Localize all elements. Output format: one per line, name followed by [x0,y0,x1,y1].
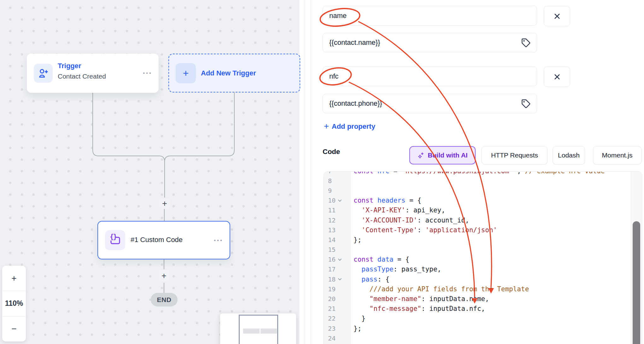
remove-property-button[interactable] [544,67,570,87]
lodash-label: Lodash [558,151,580,159]
add-step-button-bottom[interactable]: + [159,270,169,281]
code-line[interactable]: 9 [324,186,631,195]
momentjs-button[interactable]: Moment.js [593,146,641,164]
code-lines[interactable]: 7const nfc = 'https://www.passninjat.com… [324,171,631,343]
property-value-text: {{contact.phone}} [329,99,382,108]
code-line[interactable]: 19 ///add your API fields from the Templ… [324,284,631,294]
code-line[interactable]: 21 "nfc-message": inputData.nfc, [324,304,631,314]
code-line[interactable]: 22 } [324,314,631,323]
line-number[interactable]: 11 [324,206,351,214]
code-line-text: 'X-ACCOUNT-ID': account_id, [351,216,469,224]
code-line-text: "nfc-message": inputData.nfc, [351,305,485,312]
code-line[interactable]: 20 "member-name": inputData.name, [324,294,631,304]
property-key-text: nfc [329,72,338,80]
trigger-node-menu-icon[interactable]: ••• [143,70,152,76]
code-line-text: const nfc = 'https://www.passninjat.com'… [351,171,605,175]
line-number[interactable]: 24 [324,335,351,342]
code-braces-icon: {} [109,234,121,246]
remove-property-button[interactable] [544,6,570,26]
code-line[interactable]: 12 'X-ACCOUNT-ID': account_id, [324,215,631,225]
code-line-text: }; [351,236,361,244]
code-line[interactable]: 10const headers = { [324,196,631,205]
property-value-input-nfc[interactable]: {{contact.phone}} [323,94,537,113]
property-key-text: name [329,12,347,20]
custom-code-label: #1 Custom Code [131,236,183,244]
build-with-ai-label: Build with AI [428,151,467,159]
code-line[interactable]: 23}; [324,323,631,333]
trigger-node[interactable]: Trigger Contact Created ••• [27,54,159,93]
code-line[interactable]: 17 passType: pass_type, [324,264,631,274]
zoom-in-button[interactable]: + [2,266,26,291]
code-line-text: pass: { [351,276,389,283]
line-number[interactable]: 13 [324,226,351,234]
code-section-label: Code [323,148,340,156]
line-number[interactable]: 16 [324,256,351,263]
user-plus-icon [38,68,49,79]
zoom-out-button[interactable]: − [2,316,26,341]
add-new-trigger-icon-box: + [176,63,196,83]
line-number[interactable]: 7 [324,171,351,175]
sparkles-icon [417,152,424,159]
line-number[interactable]: 15 [324,246,351,253]
panel-left-border [311,0,311,344]
http-requests-button[interactable]: HTTP Requests [482,146,547,164]
code-line-text: const data = { [351,256,409,263]
line-number[interactable]: 23 [324,325,351,332]
editor-scrollbar-track[interactable] [631,172,642,344]
property-value-text: {{contact.name}} [329,39,380,47]
workflow-connectors [0,0,305,344]
plus-icon: + [161,272,167,280]
code-editor[interactable]: 7const nfc = 'https://www.passninjat.com… [324,171,642,344]
plus-icon: + [324,122,329,131]
code-line-text: 'Content-Type': 'application/json' [351,226,497,234]
add-property-button[interactable]: + Add property [324,122,375,131]
code-line[interactable]: 15 [324,245,631,255]
fold-chevron-icon[interactable] [338,278,342,281]
custom-code-node[interactable]: {} #1 Custom Code ••• [97,221,230,259]
property-key-input-name[interactable]: name [323,6,537,26]
line-number[interactable]: 19 [324,285,351,293]
zoom-controls: + 110% − [2,266,26,341]
custom-code-menu-icon[interactable]: ••• [214,237,223,244]
fold-chevron-icon[interactable] [338,258,342,261]
code-line[interactable]: 14}; [324,235,631,245]
add-step-button-top[interactable]: + [159,198,170,209]
add-new-trigger-node[interactable]: + Add New Trigger [168,54,300,92]
code-line[interactable]: 24 [324,333,631,343]
line-number[interactable]: 9 [324,187,351,194]
close-icon [553,73,561,81]
code-line[interactable]: 8 [324,176,631,186]
code-line[interactable]: 7const nfc = 'https://www.passninjat.com… [324,171,631,176]
lodash-button[interactable]: Lodash [553,146,585,164]
line-number[interactable]: 8 [324,177,351,185]
close-icon [553,12,561,21]
editor-scrollbar-thumb[interactable] [633,221,640,344]
canvas-panel-divider [305,0,305,344]
code-line[interactable]: 18 pass: { [324,274,631,284]
property-value-input-name[interactable]: {{contact.name}} [323,33,537,52]
tag-icon[interactable] [521,38,530,47]
line-number[interactable]: 14 [324,236,351,244]
code-line[interactable]: 16const data = { [324,255,631,264]
line-number[interactable]: 22 [324,315,351,322]
line-number[interactable]: 21 [324,305,351,312]
momentjs-label: Moment.js [602,151,633,159]
code-line[interactable]: 13 'Content-Type': 'application/json' [324,225,631,235]
minimap-node-bar [243,329,260,334]
property-key-input-nfc[interactable]: nfc [323,67,537,86]
line-number[interactable]: 12 [324,216,351,224]
line-number[interactable]: 18 [324,276,351,283]
plus-icon: + [162,199,167,208]
code-line[interactable]: 11 'X-API-KEY': api_key, [324,205,631,215]
line-number[interactable]: 17 [324,265,351,273]
http-requests-label: HTTP Requests [491,151,538,159]
fold-chevron-icon[interactable] [338,199,342,202]
code-line-text: const headers = { [351,197,421,204]
tag-icon[interactable] [521,99,530,108]
workflow-builder-screen: Trigger Contact Created ••• + Add New Tr… [0,0,644,344]
minimap[interactable] [220,313,296,344]
end-label: END [157,296,172,304]
line-number[interactable]: 20 [324,295,351,303]
line-number[interactable]: 10 [324,197,351,204]
build-with-ai-button[interactable]: Build with AI [409,146,476,164]
